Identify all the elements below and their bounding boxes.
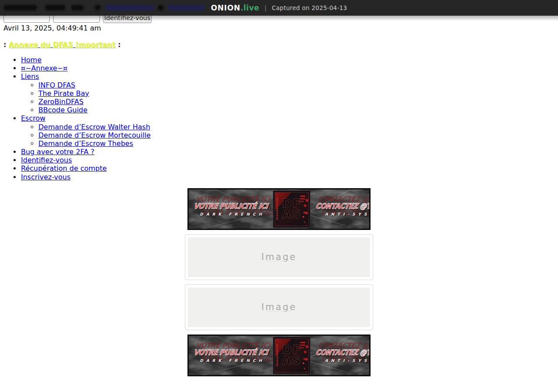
nav-subitem: Demande d’Escrow Mortecouille xyxy=(38,131,555,139)
nav-sublink[interactable]: INFO DFAS xyxy=(38,81,75,89)
dfas-logo-square: DF AS xyxy=(275,192,309,226)
image-placeholder-1: Image xyxy=(185,234,373,280)
image-placeholder-inner: Image xyxy=(188,287,370,327)
nav-link[interactable]: Récupération de compte xyxy=(21,164,107,172)
ad-left-block: VOTRE PUBLICITÉ ICI VOTRE PUBLICITÉ ICI … xyxy=(189,336,273,375)
redacted-text-blob xyxy=(71,5,84,10)
ad-left-subline: DARK FRENCH xyxy=(197,358,265,363)
nav-subitem: INFO DFAS xyxy=(38,81,555,89)
image-placeholder-artifact xyxy=(267,261,291,261)
ad-left-subline: DARK FRENCH xyxy=(197,212,265,216)
image-placeholder-2: Image xyxy=(185,284,373,330)
nav-link[interactable]: Liens xyxy=(21,72,39,81)
dfas-logo: DF AS xyxy=(273,190,310,228)
ad-left-headline: VOTRE PUBLICITÉ ICI xyxy=(193,348,269,357)
nav-link[interactable]: Escrow xyxy=(21,114,45,122)
ad-right-block: CONTACTEZ @THEBES CONTACTEZ @THEBES CONT… xyxy=(310,189,371,229)
dfas-logo: DF AS xyxy=(273,337,310,374)
ad-right-headline: CONTACTEZ @THEBES xyxy=(315,348,371,357)
image-placeholder-inner: Image xyxy=(188,237,370,277)
capture-banner: ONION.live | Captured on 2025-04-13 xyxy=(0,0,558,16)
nav-item: EscrowDemande d’Escrow Walter HashDemand… xyxy=(21,114,555,148)
nav-sublink[interactable]: Demande d’Escrow Walter Hash xyxy=(38,123,150,131)
logo-corner-marks xyxy=(300,196,305,197)
annexe-word: !mportant xyxy=(75,41,116,49)
annexe-link[interactable]: Annexe du DFAS !mportant xyxy=(9,41,116,49)
nav-subitem: The Pirate Bay xyxy=(38,89,555,98)
ad-right-subline: ANTI-SYSTEM xyxy=(322,212,371,216)
annexe-prefix: : xyxy=(3,41,6,49)
nav-link[interactable]: Home xyxy=(21,56,41,64)
redacted-link-blob xyxy=(105,5,154,10)
logo-paint-splatter xyxy=(303,212,305,213)
ad-right-headline: CONTACTEZ @THEBES xyxy=(315,202,371,210)
logo-letters-bottom: AS xyxy=(282,355,301,366)
nav-link[interactable]: Identifiez-vous xyxy=(21,156,72,164)
annexe-announcement: : Annexe du DFAS !mportant : xyxy=(3,41,555,49)
redacted-welcome-row xyxy=(0,0,558,16)
nav-sublink[interactable]: The Pirate Bay xyxy=(38,89,89,98)
nav-item: LiensINFO DFASThe Pirate BayZeroBinDFASB… xyxy=(21,72,555,114)
redacted-text-blob xyxy=(3,5,37,10)
dfas-ad-banner-top[interactable]: VOTRE PUBLICITÉ ICI VOTRE PUBLICITÉ ICI … xyxy=(187,188,371,230)
nav-sublink[interactable]: Demande d’Escrow Thebes xyxy=(38,139,133,148)
redacted-text-blob xyxy=(158,5,164,10)
nav-link[interactable]: Inscrivez-vous xyxy=(21,173,71,181)
nav-subitem: Demande d’Escrow Walter Hash xyxy=(38,123,555,131)
nav-subitem: ZeroBinDFAS xyxy=(38,98,555,106)
nav-link[interactable]: ¤~Annexe~¤ xyxy=(21,64,68,72)
nav-sublist: Demande d’Escrow Walter HashDemande d’Es… xyxy=(21,123,555,148)
logo-side-marking xyxy=(276,344,278,367)
logo-side-marking xyxy=(276,198,278,220)
dfas-ad-banner-bottom[interactable]: VOTRE PUBLICITÉ ICI VOTRE PUBLICITÉ ICI … xyxy=(187,335,371,376)
main-content: Avril 13, 2025, 04:49:41 am : Annexe du … xyxy=(3,24,555,381)
redacted-link-blob xyxy=(167,5,205,10)
nav-item: ¤~Annexe~¤ xyxy=(21,64,555,72)
current-datetime: Avril 13, 2025, 04:49:41 am xyxy=(3,24,555,32)
logo-paint-splatter xyxy=(303,358,305,360)
nav-item: Bug avec votre 2FA ? xyxy=(21,148,555,156)
nav-sublink[interactable]: ZeroBinDFAS xyxy=(38,98,84,106)
nav-sublink[interactable]: Demande d’Escrow Mortecouille xyxy=(38,131,151,139)
annexe-word: DFAS xyxy=(53,41,73,49)
image-placeholder-artifact xyxy=(267,311,291,311)
nav-sublist: INFO DFASThe Pirate BayZeroBinDFASBBcode… xyxy=(21,81,555,115)
nav-item: Identifiez-vous xyxy=(21,156,555,164)
annexe-suffix: : xyxy=(118,41,120,49)
page: ONION.live | Captured on 2025-04-13 Iden… xyxy=(0,0,558,392)
nav-item: Home xyxy=(21,56,555,64)
nav-item: Inscrivez-vous xyxy=(21,173,555,181)
annexe-word: Annexe xyxy=(9,41,38,49)
annexe-word: du xyxy=(41,41,51,49)
ad-right-block: CONTACTEZ @THEBES CONTACTEZ @THEBES CONT… xyxy=(310,336,371,375)
logo-letters-bottom: AS xyxy=(282,209,301,220)
nav-link[interactable]: Bug avec votre 2FA ? xyxy=(21,148,94,156)
ad-right-subline: ANTI-SYSTEM xyxy=(322,358,371,363)
logo-corner-marks xyxy=(300,342,305,343)
redacted-text-blob xyxy=(95,5,101,10)
nav-item: Récupération de compte xyxy=(21,164,555,172)
dfas-logo-square: DF AS xyxy=(275,338,309,372)
ad-left-block: VOTRE PUBLICITÉ ICI VOTRE PUBLICITÉ ICI … xyxy=(189,189,273,229)
redacted-text-blob xyxy=(45,5,65,10)
nav-subitem: Demande d’Escrow Thebes xyxy=(38,139,555,148)
ad-left-headline: VOTRE PUBLICITÉ ICI xyxy=(193,202,269,210)
nav-subitem: BBcode Guide xyxy=(38,106,555,114)
nav-sublink[interactable]: BBcode Guide xyxy=(38,106,88,114)
center-stack: VOTRE PUBLICITÉ ICI VOTRE PUBLICITÉ ICI … xyxy=(3,188,555,376)
nav-list: Home¤~Annexe~¤LiensINFO DFASThe Pirate B… xyxy=(3,56,555,181)
